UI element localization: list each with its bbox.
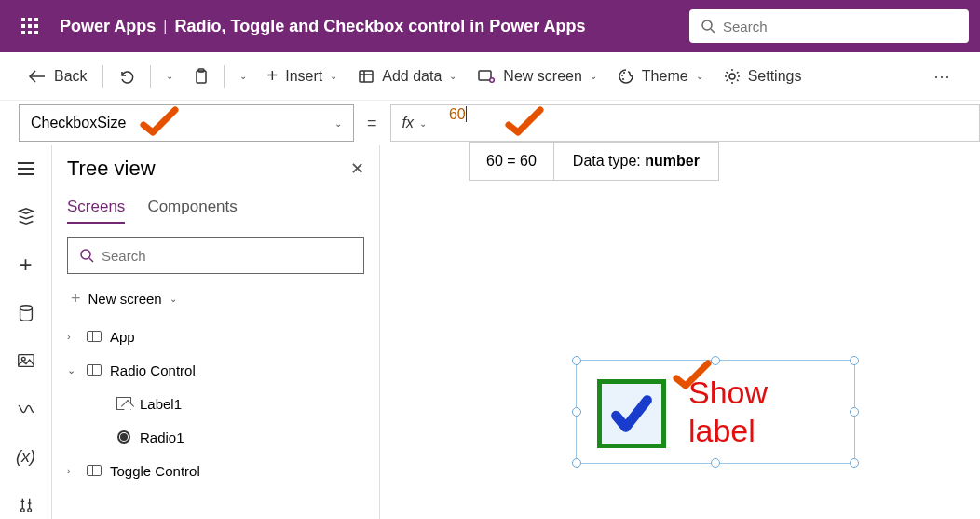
tree-item-app[interactable]: › App	[67, 320, 364, 353]
chevron-down-icon: ⌄	[419, 118, 427, 129]
svg-point-20	[27, 509, 31, 512]
equals-sign: =	[367, 114, 377, 133]
resize-handle[interactable]	[850, 356, 859, 365]
selection-box[interactable]: Showlabel	[576, 360, 855, 464]
theme-button[interactable]: Theme ⌄	[608, 62, 713, 90]
settings-label: Settings	[748, 68, 802, 85]
resize-handle[interactable]	[572, 407, 581, 417]
data-icon[interactable]	[7, 299, 45, 327]
search-icon	[701, 19, 715, 34]
resize-handle[interactable]	[572, 356, 581, 365]
paste-dropdown[interactable]: ⌄	[230, 65, 256, 87]
insert-icon[interactable]: +	[7, 251, 45, 279]
theme-label: Theme	[642, 68, 688, 85]
tree-item-label: App	[110, 329, 135, 345]
chevron-down-icon: ⌄	[330, 71, 337, 81]
checkbox-label: Showlabel	[688, 374, 768, 450]
back-label: Back	[54, 68, 88, 85]
tree-item-radio1[interactable]: Radio1	[67, 420, 364, 454]
screen-icon	[87, 364, 102, 376]
tree-view-icon[interactable]	[7, 203, 45, 231]
radio-icon	[117, 430, 130, 444]
tree-item-label: Label1	[140, 396, 182, 412]
insert-button[interactable]: + Insert ⌄	[258, 60, 347, 92]
undo-button[interactable]	[109, 62, 144, 90]
property-dropdown[interactable]: CheckboxSize ⌄	[19, 104, 354, 142]
chevron-down-icon: ⌄	[334, 118, 342, 129]
global-search[interactable]	[689, 9, 969, 43]
page-title: Radio, Toggle and Checkbox control in Po…	[175, 17, 586, 36]
add-data-button[interactable]: Add data ⌄	[348, 62, 466, 90]
chevron-down-icon: ⌄	[696, 71, 703, 81]
tree-item-toggle-control[interactable]: › Toggle Control	[67, 454, 364, 487]
insert-label: Insert	[285, 68, 322, 85]
tree-search[interactable]	[67, 237, 364, 274]
more-button[interactable]: ⋯	[922, 61, 961, 92]
tree-item-label1[interactable]: Label1	[67, 387, 364, 420]
plus-icon: +	[71, 289, 81, 308]
tree-item-radio-control[interactable]: ⌄ Radio Control	[67, 353, 364, 387]
hint-evaluation: 60 = 60	[470, 143, 554, 180]
fx-label: fx	[402, 115, 414, 131]
tree-view-panel: Tree view ✕ Screens Components + New scr…	[52, 145, 380, 519]
hamburger-icon[interactable]	[7, 155, 45, 183]
media-icon[interactable]	[7, 348, 45, 376]
resize-handle[interactable]	[711, 458, 720, 468]
screen-plus-icon	[477, 68, 496, 85]
tree-search-input[interactable]	[102, 248, 352, 264]
resize-handle[interactable]	[850, 407, 859, 417]
chevron-right-icon: ›	[67, 465, 78, 476]
resize-handle[interactable]	[572, 458, 581, 468]
new-screen-button[interactable]: + New screen ⌄	[67, 283, 364, 314]
tree-item-label: Radio Control	[110, 362, 196, 378]
clipboard-icon	[194, 68, 209, 85]
resize-handle[interactable]	[850, 458, 859, 468]
app-name: Power Apps	[60, 17, 156, 36]
svg-point-16	[20, 305, 32, 310]
variables-icon[interactable]: (x)	[7, 444, 45, 471]
tree-title: Tree view	[67, 157, 156, 181]
formula-input[interactable]: 60	[438, 104, 980, 142]
data-icon	[358, 68, 374, 85]
settings-button[interactable]: Settings	[715, 62, 811, 90]
screen-icon	[87, 465, 102, 476]
tools-icon[interactable]	[7, 491, 45, 519]
svg-point-14	[622, 78, 624, 80]
arrow-left-icon	[28, 69, 47, 84]
app-icon	[87, 331, 102, 342]
palette-icon	[618, 68, 634, 85]
label-icon	[116, 397, 131, 410]
checkbox-control[interactable]	[597, 379, 666, 448]
svg-rect-8	[479, 71, 491, 80]
canvas[interactable]: Showlabel	[380, 145, 980, 519]
new-screen-button[interactable]: New screen ⌄	[468, 62, 606, 90]
fx-button[interactable]: fx ⌄	[390, 104, 438, 142]
svg-point-12	[621, 75, 623, 76]
flows-icon[interactable]	[7, 395, 45, 423]
header-separator: |	[163, 18, 167, 34]
app-launcher-icon[interactable]	[11, 7, 48, 45]
new-screen-label: New screen	[88, 291, 162, 307]
resize-handle[interactable]	[711, 356, 720, 365]
plus-icon: +	[267, 65, 279, 87]
check-icon	[608, 390, 655, 437]
undo-icon	[118, 68, 135, 85]
property-name: CheckboxSize	[31, 115, 126, 131]
global-search-input[interactable]	[723, 19, 958, 34]
chevron-down-icon: ⌄	[449, 71, 456, 81]
undo-dropdown[interactable]: ⌄	[157, 65, 183, 87]
paste-button[interactable]	[184, 62, 218, 90]
svg-point-0	[702, 20, 712, 30]
tab-screens[interactable]: Screens	[67, 198, 125, 224]
left-rail: + (x)	[0, 145, 52, 519]
chevron-right-icon: ›	[67, 331, 78, 342]
tree-item-label: Radio1	[140, 430, 184, 445]
close-icon[interactable]: ✕	[350, 158, 364, 179]
formula-hint: 60 = 60 Data type: number	[469, 142, 719, 181]
tab-components[interactable]: Components	[147, 198, 237, 224]
formula-value: 60	[449, 106, 466, 122]
svg-line-1	[711, 29, 715, 33]
svg-point-21	[81, 250, 90, 259]
add-data-label: Add data	[382, 68, 442, 85]
back-button[interactable]: Back	[19, 62, 97, 90]
